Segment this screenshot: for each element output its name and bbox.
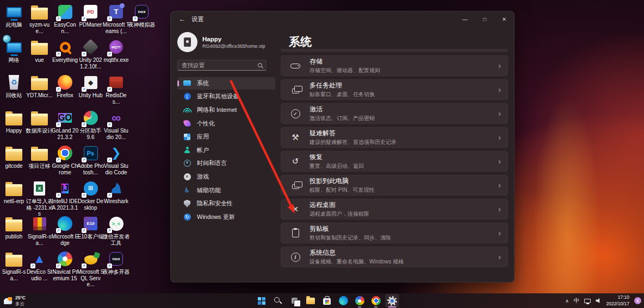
desktop-icon[interactable]: 网络 <box>1 38 28 64</box>
desktop-icon[interactable]: 此电脑 <box>1 3 28 28</box>
desktop-icon[interactable]: ◆↗Unity Hub <box>77 73 104 99</box>
desktop-icon[interactable]: Ps↗Adobe Photosh... <box>77 144 104 175</box>
desktop-icon[interactable]: SignalR-sa... <box>1 250 28 281</box>
taskbar-file-explorer-button[interactable] <box>304 294 318 307</box>
settings-card-troubleshoot[interactable]: ⚒疑难解答建议的疑难解答、首选项和历史记录› <box>281 127 508 148</box>
sidebar-item-network[interactable]: 网络和 Internet <box>177 104 275 116</box>
desktop-icon[interactable]: net6-erp <box>1 179 28 205</box>
desktop-icon[interactable]: vue <box>26 38 53 64</box>
desktop-icon[interactable]: ∞↗Visual Studio 20... <box>103 109 130 140</box>
taskbar-navicat-button[interactable] <box>352 294 367 307</box>
volume-icon[interactable] <box>596 298 601 304</box>
sidebar-item-bluetooth[interactable]: ᛒ蓝牙和其他设备 <box>177 91 275 103</box>
tray-clock[interactable]: 17:10 2022/10/17 <box>606 294 629 306</box>
desktop-icon-label: E10客户端 <box>78 234 104 240</box>
maximize-button[interactable]: □ <box>475 11 494 27</box>
desktop-icon[interactable]: ▲↗DevEco Studio ... <box>26 250 53 281</box>
desktop-icon[interactable]: YDT.Micr... <box>26 73 53 99</box>
sidebar-item-accounts[interactable]: 帐户 <box>177 144 275 156</box>
desktop-icon[interactable]: 项目迁移 <box>26 144 53 169</box>
desktop-icon[interactable]: T↗Microsoft Teams (... <box>103 3 130 34</box>
desktop-icon[interactable]: ↗Everything <box>52 38 79 64</box>
desktop-icon[interactable]: ✓↗分区助手 9.6 <box>77 109 104 140</box>
weather-widget[interactable]: 25°C 多云 <box>3 293 26 308</box>
desktop-icon[interactable]: ⊞↗Docker Desktop <box>77 179 104 211</box>
search-input[interactable] <box>182 62 256 68</box>
notification-badge[interactable]: 1 <box>634 297 641 304</box>
desktop-icon[interactable]: E10↗E10客户端 <box>77 215 104 240</box>
desktop-icon[interactable]: ↗Google Chrome <box>52 144 79 175</box>
taskbar-chrome-button[interactable] <box>369 294 383 307</box>
taskbar-task-view-button[interactable] <box>287 294 301 307</box>
back-button[interactable]: ← <box>175 15 189 23</box>
desktop-icon[interactable]: ↗RedisDes... <box>103 73 130 105</box>
settings-card-remote-desktop[interactable]: ✕远程桌面远程桌面用户，连接权限› <box>281 199 508 219</box>
settings-card-projection[interactable]: 投影到此电脑权限、配对 PIN、可发现性› <box>281 175 508 196</box>
desktop-icon[interactable]: ↗Navicat Premium 15 <box>52 250 79 281</box>
desktop-icon[interactable]: ↗Firefox <box>52 73 79 99</box>
settings-card-recovery[interactable]: ↺恢复重置、高级启动、返回› <box>281 151 508 172</box>
network-icon <box>183 108 191 112</box>
sidebar-item-gaming[interactable]: ×游戏 <box>177 171 275 183</box>
sidebar-item-personalization[interactable]: 个性化 <box>177 117 275 130</box>
settings-card-multitasking[interactable]: 多任务处理贴靠窗口、桌面、任务切换› <box>281 79 508 100</box>
desktop-icon[interactable]: nox↗夜神模拟器 <box>128 3 156 28</box>
desktop-icon-label: gitcode <box>5 163 22 169</box>
taskbar-start-button[interactable] <box>255 294 269 307</box>
user-card[interactable]: Happy RG4092@office365home.vip <box>177 32 275 52</box>
navicat-icon <box>355 296 364 305</box>
settings-card-clipboard[interactable]: 剪贴板剪切和复制历史记录、同步、清除› <box>281 223 508 243</box>
shortcut-arrow: ↗ <box>56 122 61 127</box>
minimize-button[interactable]: — <box>455 11 475 27</box>
desktop-icon[interactable]: X订单导入表格 -2231.xls <box>26 179 53 217</box>
desktop-icon[interactable]: ↗Unity 2021.2.10f... <box>77 38 104 70</box>
close-button[interactable]: ✕ <box>494 11 514 27</box>
settings-search-box[interactable] <box>177 60 267 71</box>
chevron-right-icon: › <box>498 229 501 237</box>
desktop-icon[interactable]: PD↗PDManer <box>77 3 104 28</box>
desktop-icon[interactable]: ↗EasyConn... <box>52 3 79 34</box>
desktop-icon[interactable]: ❯↗Visual Studio Code <box>103 144 130 175</box>
desktop-icon[interactable]: >_<↗微信开发者工具 <box>103 215 130 246</box>
accessibility-icon: ♿ <box>183 186 191 194</box>
gaming-icon: × <box>184 173 191 180</box>
desktop-icon[interactable]: ↗Wireshark <box>103 179 130 205</box>
desktop-icon[interactable]: ↗Microsoft Edge <box>52 215 79 246</box>
shortcut-arrow: ↗ <box>107 52 112 56</box>
sidebar-item-system[interactable]: 系统 <box>177 77 275 90</box>
desktop-icon[interactable]: nox↗夜神多开器 <box>103 250 130 275</box>
desktop-icon[interactable]: gitcode <box>1 144 28 169</box>
taskbar-edge-button[interactable] <box>336 294 350 307</box>
desktop-icon[interactable]: MQTT↗mqttfx.exe <box>103 38 130 64</box>
card-text: 多任务处理贴靠窗口、桌面、任务切换 <box>309 81 491 99</box>
desktop-icon[interactable]: Happy <box>1 109 28 134</box>
ime-indicator[interactable]: 中 <box>574 297 580 305</box>
desktop-icon[interactable]: 数据库设计 <box>26 109 53 134</box>
network-tray-icon[interactable] <box>584 299 591 303</box>
settings-card-about[interactable]: i系统信息设备规格、重命名电脑、Windows 规格› <box>281 247 508 267</box>
taskbar-store-button[interactable] <box>320 294 334 307</box>
tray-chevron-icon[interactable]: ∧ <box>565 298 569 304</box>
sidebar-item-apps[interactable]: 应用 <box>177 130 275 143</box>
desktop-icon[interactable]: GO↗GoLand 2021.3.2 <box>52 109 79 140</box>
vscode-icon: ❯ <box>111 146 121 160</box>
sidebar-item-privacy[interactable]: 隐私和安全性 <box>177 197 275 210</box>
desktop-icon[interactable]: ↗Microsoft SQL Serve... <box>77 250 104 288</box>
sidebar-item-label: 网络和 Internet <box>197 106 237 114</box>
taskbar-settings-button[interactable] <box>385 294 399 307</box>
sidebar-item-windows-update[interactable]: ↻Windows 更新 <box>177 211 275 223</box>
desktop: 此电脑网络♻回收站Happygitcodenet6-erppublishSign… <box>0 0 644 308</box>
desktop-icon-label: Microsoft Teams (... <box>103 22 130 34</box>
sidebar-item-accessibility[interactable]: ♿辅助功能 <box>177 184 275 197</box>
desktop-icon[interactable]: SignalR-sa... <box>26 215 53 246</box>
desktop-icon[interactable]: IJ↗IntelliJ IDEA 2021.3.1 <box>52 179 79 211</box>
desktop-icon[interactable]: syzm-vue... <box>26 3 53 34</box>
desktop-icon[interactable]: ♻回收站 <box>1 73 28 99</box>
taskbar-search-button[interactable] <box>271 294 285 307</box>
settings-card-storage[interactable]: 存储存储空间、驱动器、配置规则› <box>281 55 508 76</box>
sidebar-item-time-language[interactable]: 时间和语言 <box>177 158 275 170</box>
desktop-icon[interactable]: publish <box>1 215 28 240</box>
settings-card-activation[interactable]: ✓激活激活状态、订阅、产品密钥› <box>281 103 508 124</box>
recycle-icon: ♻ <box>8 75 20 90</box>
troubleshoot-icon-wrap: ⚒ <box>289 131 302 144</box>
